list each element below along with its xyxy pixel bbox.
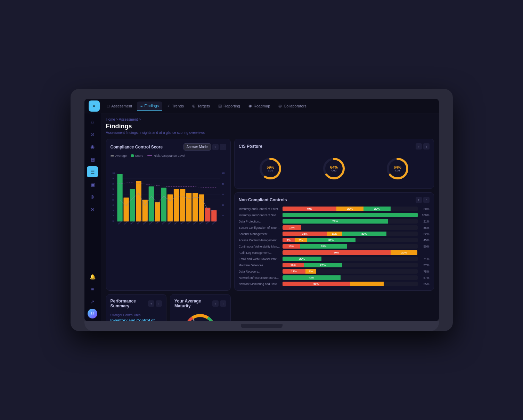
svg-text:60: 60 [112,194,114,195]
svg-rect-36 [148,186,154,221]
nc-item-10: Malware Defences... 16% 28% 57% [239,263,430,267]
svg-text:90: 90 [112,178,114,179]
targets-icon: ◎ [192,104,196,108]
tab-trends[interactable]: ✓ Trends [164,102,187,110]
performance-summary-card: Performance Summary ? ⋮ Stronger Control… [106,294,167,321]
nc-item-4: Secure Configuration of Enterp... 14% 86… [239,225,430,230]
nc-item-11: Data Recovery... 17% 8% 75% [239,269,430,274]
cis-posture-card: CIS Posture ? ⋮ [234,139,434,189]
roadmap-icon: ◉ [248,104,252,108]
page-title: Findings [106,123,434,130]
svg-rect-41 [180,189,185,221]
maturity-gauge-svg [183,312,218,321]
answer-mode-button[interactable]: Answer Mode [183,143,211,151]
tab-reporting[interactable]: ▤ Reporting [215,102,244,110]
chart-legend: Average Score Risk Acceptance Level [111,154,226,158]
nc-item-6: Access Control Management... 9% 9% 36% 4… [239,238,430,242]
laptop-notch [241,324,283,328]
sidebar-item-shield[interactable]: ⊙ [87,129,98,140]
svg-text:80: 80 [222,183,224,185]
svg-text:40: 40 [112,204,114,206]
nc-item-8: Audit Log Management... 80% 20% [239,250,430,255]
sidebar-item-reports[interactable]: ▣ [87,179,98,190]
assessment-icon: □ [107,104,110,108]
performance-value: Inventory and Control of Enterprise Asse… [111,318,162,321]
sidebar-item-list[interactable]: ≡ [87,284,98,295]
nc-item-13: Network Monitoring and Defence... 50% 25… [239,282,430,286]
findings-nav-icon: ≡ [140,104,142,108]
bar-chart-svg: 100 90 80 70 60 50 40 30 20 10 [111,160,226,237]
sidebar-item-export[interactable]: ↗ [87,296,98,307]
svg-text:60: 60 [222,194,224,195]
nc-menu-button[interactable]: ⋮ [423,197,430,203]
tab-assessment[interactable]: □ Assessment [104,102,136,110]
nc-item-12: Network Infrastructure Managem... 43% 57… [239,275,430,280]
maturity-menu-button[interactable]: ⋮ [220,300,226,307]
main-content: Home > Assessment > Findings Assessment … [101,113,439,321]
svg-rect-39 [167,194,172,221]
nc-item-7: Continuous Vulnerability Manag... 13% 35… [239,244,430,249]
sidebar: ⌂ ⊙ ◉ ▦ ☰ ▣ ⊕ ⊗ 🔔 ≡ ↗ U [84,113,101,321]
svg-text:20: 20 [112,215,114,217]
svg-text:10: 10 [112,220,114,222]
nc-item-1: Inventory and Control of Enter... 40% 20… [239,207,430,211]
sidebar-item-dashboard[interactable]: ▦ [87,154,98,165]
cis-info-button[interactable]: ? [416,143,422,150]
page-subtitle: Assessment findings, insights and at a g… [106,131,434,135]
sidebar-item-security[interactable]: ⊗ [87,204,98,215]
svg-rect-44 [199,194,204,221]
non-compliant-title: Non-Compliant Controls [239,197,287,202]
svg-rect-32 [123,197,129,221]
legend-average: Average [111,154,127,158]
svg-text:20: 20 [222,215,224,217]
sidebar-item-signal[interactable]: ◉ [87,141,98,152]
non-compliant-card: Non-Compliant Controls ? ⋮ Inventory and… [234,192,434,291]
average-maturity-card: Your Average Maturity ? ⋮ [170,294,231,321]
bottom-row: Performance Summary ? ⋮ Stronger Control… [106,294,231,321]
compliance-chart-title: Compliance Control Score [111,145,163,150]
sidebar-item-home[interactable]: ⌂ [87,116,98,127]
svg-rect-40 [173,189,179,221]
svg-rect-31 [117,174,122,221]
sidebar-item-settings[interactable]: ⊕ [87,191,98,202]
svg-text:100: 100 [112,172,115,174]
tab-targets[interactable]: ◎ Targets [189,102,213,110]
breadcrumb: Home > Assessment > [106,118,434,121]
stronger-control-label: Stronger Control Area [111,313,162,317]
svg-rect-46 [211,210,216,221]
perf-info-button[interactable]: ? [148,300,154,307]
svg-rect-37 [155,202,160,221]
svg-text:80: 80 [112,183,114,185]
nc-info-button[interactable]: ? [416,197,422,203]
reporting-icon: ▤ [218,104,222,108]
gauge-cg1: 59% CG1 [258,156,283,181]
compliance-info-button[interactable]: ? [212,144,219,150]
maturity-info-button[interactable]: ? [212,300,219,307]
app-logo: A [89,100,100,112]
gauge-cg2: 64% CG2 [322,156,346,181]
maturity-gauge-container [174,312,226,321]
perf-menu-button[interactable]: ⋮ [156,300,162,307]
svg-text:100: 100 [222,172,224,174]
tab-roadmap[interactable]: ◉ Roadmap [245,102,274,110]
tab-collaborators[interactable]: ◎ Collaborators [275,102,310,110]
tab-findings[interactable]: ≡ Findings [137,102,162,111]
sidebar-item-notifications[interactable]: 🔔 [87,271,98,282]
collaborators-icon: ◎ [278,104,282,108]
legend-risk-acceptance: Risk Acceptance Level [147,154,185,158]
nc-item-5: Account Management... 33% 11% 33% 22% [239,232,430,236]
sidebar-item-findings[interactable]: ☰ [87,166,98,177]
svg-text:50: 50 [112,199,114,201]
compliance-menu-button[interactable]: ⋮ [220,144,226,150]
nc-item-3: Data Protection... 78% 21% [239,219,430,224]
trends-icon: ✓ [167,104,170,108]
svg-rect-42 [186,193,191,221]
svg-text:30: 30 [112,210,114,211]
nc-item-2: Inventory and Control of Softw... 100% [239,213,430,217]
compliance-chart-card: Compliance Control Score Answer Mode ? ⋮ [106,139,231,291]
avatar[interactable]: U [88,309,97,318]
svg-rect-38 [161,188,166,221]
svg-rect-34 [136,181,141,221]
cis-menu-button[interactable]: ⋮ [423,143,430,150]
svg-text:40: 40 [222,204,224,206]
